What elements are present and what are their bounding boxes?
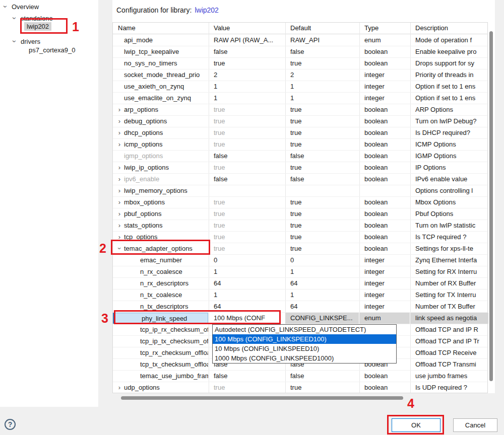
cell-value[interactable]: 1: [209, 289, 285, 301]
param-name-label: icmp_options: [124, 139, 163, 150]
cell-default: true: [285, 162, 359, 173]
cell-value[interactable]: true: [209, 243, 285, 254]
table-row-lwip_memory_options[interactable]: ›lwip_memory_optionsOptions controlling …: [113, 185, 487, 197]
table-row-icmp_options[interactable]: ›icmp_optionstruetruebooleanICMP Options: [113, 139, 487, 151]
cell-value[interactable]: false: [209, 371, 285, 382]
cell-value[interactable]: false: [209, 151, 285, 162]
cell-value[interactable]: 64: [209, 278, 285, 289]
ok-button[interactable]: OK: [392, 418, 440, 432]
row-collapsed-chevron-icon[interactable]: ›: [116, 141, 122, 148]
table-row-arp_options[interactable]: ›arp_optionstruetruebooleanARP Options: [113, 104, 487, 116]
table-row-debug_options[interactable]: ›debug_optionstruetruebooleanTurn on lwI…: [113, 116, 487, 127]
table-row-n_rx_coalesce[interactable]: n_rx_coalesce11integerSetting for RX Int…: [113, 266, 487, 278]
table-row-lwip_tcp_keepalive[interactable]: lwip_tcp_keepalivefalsefalsebooleanEnabl…: [113, 46, 487, 58]
cell-value[interactable]: true: [209, 127, 285, 138]
cell-value[interactable]: 2: [209, 69, 285, 81]
cell-value[interactable]: true: [209, 104, 285, 115]
cell-value[interactable]: true: [209, 197, 285, 208]
column-header-name[interactable]: Name: [118, 24, 136, 32]
tree-expanded-chevron-icon[interactable]: ›: [11, 15, 18, 22]
row-collapsed-chevron-icon[interactable]: ›: [116, 176, 122, 182]
table-row-temac_use_jumbo_frames[interactable]: temac_use_jumbo_framesfalsefalsebooleanu…: [113, 371, 487, 382]
row-collapsed-chevron-icon[interactable]: ›: [116, 187, 122, 194]
table-row-n_tx_coalesce[interactable]: n_tx_coalesce11integerSetting for TX Int…: [113, 289, 487, 301]
dropdown-option-0[interactable]: Autodetect (CONFIG_LINKSPEED_AUTODETECT): [213, 325, 396, 334]
table-row-use_axieth_on_zynq[interactable]: use_axieth_on_zynq11integerOption if set…: [113, 81, 487, 93]
param-name-label: ipv6_enable: [124, 174, 159, 185]
cell-value[interactable]: 0: [209, 255, 285, 266]
row-collapsed-chevron-icon[interactable]: ›: [116, 234, 122, 240]
table-row-n_tx_descriptors[interactable]: n_tx_descriptors6464integerNumber of TX …: [113, 301, 487, 313]
row-collapsed-chevron-icon[interactable]: ›: [116, 384, 122, 391]
table-row-use_emaclite_on_zynq[interactable]: use_emaclite_on_zynq11integerOption if s…: [113, 93, 487, 104]
cell-value[interactable]: true: [209, 58, 285, 69]
cell-name: socket_mode_thread_prio: [113, 69, 208, 81]
horizontal-scrollbar-thumb[interactable]: [121, 396, 403, 400]
row-collapsed-chevron-icon[interactable]: ›: [116, 106, 122, 113]
table-row-phy_link_speed[interactable]: phy_link_speed100 Mbps (CONFCONFIG_LINKS…: [113, 313, 487, 324]
row-collapsed-chevron-icon[interactable]: ›: [116, 118, 122, 124]
tree-expanded-chevron-icon[interactable]: ›: [2, 3, 9, 10]
help-icon[interactable]: ?: [5, 419, 16, 430]
cell-value[interactable]: true: [209, 162, 285, 173]
cell-value[interactable]: true: [209, 220, 285, 231]
tree-item-label[interactable]: ps7_cortexa9_0: [26, 46, 78, 54]
cell-type: boolean: [359, 382, 410, 393]
row-collapsed-chevron-icon[interactable]: ›: [116, 129, 122, 136]
cell-default: false: [285, 174, 359, 185]
tree-item-label[interactable]: Overview: [9, 3, 41, 11]
row-collapsed-chevron-icon[interactable]: ›: [116, 164, 122, 171]
row-expanded-chevron-icon[interactable]: ›: [116, 246, 123, 252]
table-row-mbox_options[interactable]: ›mbox_optionstruetruebooleanMbox Options: [113, 197, 487, 208]
cell-value[interactable]: true: [209, 139, 285, 150]
dropdown-option-2[interactable]: 10 Mbps (CONFIG_LINKSPEED10): [213, 344, 396, 353]
column-header-value[interactable]: Value: [214, 24, 230, 32]
sidebar-item-lwip202[interactable]: lwip202: [24, 21, 51, 32]
row-collapsed-chevron-icon[interactable]: ›: [116, 199, 122, 205]
table-row-pbuf_options[interactable]: ›pbuf_optionstruetruebooleanPbuf Options: [113, 208, 487, 220]
table-row-dhcp_options[interactable]: ›dhcp_optionstruetruebooleanIs DHCP requ…: [113, 127, 487, 139]
table-row-udp_options[interactable]: ›udp_optionstruetruebooleanIs UDP requir…: [113, 382, 487, 394]
param-name-label: mbox_options: [124, 197, 165, 208]
column-header-default[interactable]: Default: [290, 24, 311, 32]
cell-value[interactable]: true: [209, 208, 285, 220]
cancel-button[interactable]: Cancel: [453, 418, 497, 432]
table-row-api_mode[interactable]: api_modeRAW API (RAW_A...RAW_APIenumMode…: [113, 35, 487, 46]
cell-value[interactable]: true: [209, 116, 285, 127]
cell-value[interactable]: true: [209, 232, 285, 243]
table-row-tcp_options[interactable]: ›tcp_optionstruetruebooleanIs TCP requir…: [113, 232, 487, 243]
tree-item-label[interactable]: lwip202: [24, 22, 51, 31]
dropdown-option-1[interactable]: 100 Mbps (CONFIG_LINKSPEED100): [213, 334, 396, 344]
cell-value[interactable]: 100 Mbps (CONF: [209, 313, 285, 324]
cell-default: true: [285, 139, 359, 150]
cell-value[interactable]: false: [209, 46, 285, 57]
cell-value[interactable]: false: [209, 174, 285, 185]
cell-value[interactable]: true: [209, 382, 285, 393]
vertical-scrollbar-thumb[interactable]: [489, 31, 493, 381]
table-row-emac_number[interactable]: emac_number00integerZynq Ethernet Interf…: [113, 255, 487, 266]
table-row-no_sys_no_timers[interactable]: no_sys_no_timerstruetruebooleanDrops sup…: [113, 58, 487, 69]
row-collapsed-chevron-icon[interactable]: ›: [116, 222, 122, 229]
tree-expanded-chevron-icon[interactable]: ›: [11, 38, 18, 45]
column-header-description[interactable]: Description: [415, 24, 448, 32]
dropdown-option-3[interactable]: 1000 Mbps (CONFIG_LINKSPEED1000): [213, 353, 396, 363]
cell-type: [359, 185, 410, 196]
table-row-igmp_options[interactable]: igmp_optionsfalsefalsebooleanIGMP Option…: [113, 151, 487, 162]
sidebar-item-Overview[interactable]: ›Overview: [2, 1, 41, 12]
table-row-temac_adapter_options[interactable]: ›temac_adapter_optionstruetruebooleanSet…: [113, 243, 487, 255]
cell-value[interactable]: RAW API (RAW_A...: [209, 35, 285, 46]
cell-value[interactable]: 1: [209, 81, 285, 92]
table-row-lwip_ip_options[interactable]: ›lwip_ip_optionstruetruebooleanIP Option…: [113, 162, 487, 174]
sidebar-item-ps7_cortexa9_0[interactable]: ps7_cortexa9_0: [26, 44, 78, 55]
column-header-type[interactable]: Type: [364, 24, 379, 32]
row-collapsed-chevron-icon[interactable]: ›: [116, 210, 122, 217]
cell-value[interactable]: [209, 185, 285, 196]
table-row-ipv6_enable[interactable]: ›ipv6_enablefalsefalsebooleanIPv6 enable…: [113, 174, 487, 185]
table-row-stats_options[interactable]: ›stats_optionstruetruebooleanTurn on lwI…: [113, 220, 487, 232]
cell-value[interactable]: 64: [209, 301, 285, 312]
cell-value[interactable]: 1: [209, 93, 285, 104]
table-row-socket_mode_thread_prio[interactable]: socket_mode_thread_prio22integerPriority…: [113, 69, 487, 81]
cell-value[interactable]: 1: [209, 266, 285, 277]
cell-description: IP Options: [410, 162, 488, 173]
table-row-n_rx_descriptors[interactable]: n_rx_descriptors6464integerNumber of RX …: [113, 278, 487, 289]
